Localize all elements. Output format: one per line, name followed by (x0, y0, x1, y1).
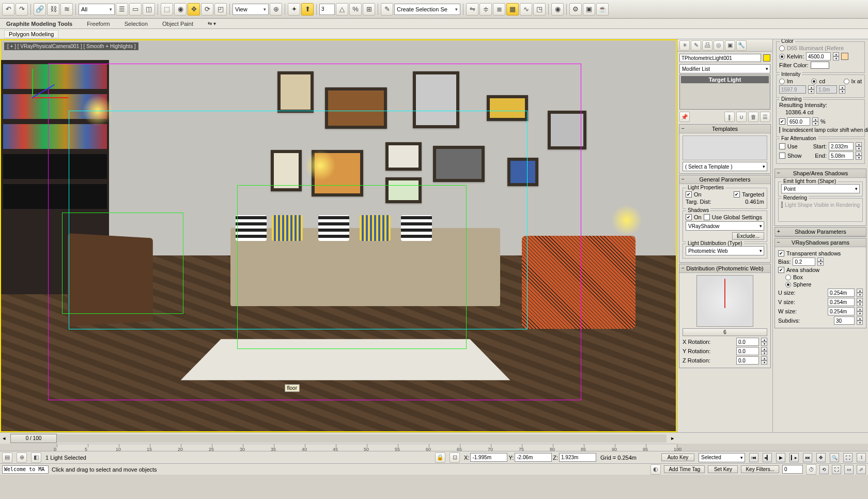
unlink-icon[interactable]: ⛓ (47, 3, 59, 16)
nav-orbit-icon[interactable]: ⟲ (819, 465, 829, 474)
select-scale-icon[interactable]: ◰ (214, 3, 227, 16)
timeslider-left-icon[interactable]: ◂ (0, 435, 8, 442)
tab-hierarchy-icon[interactable]: 品 (702, 40, 712, 51)
atten-start-spinner[interactable]: ▴▾ (856, 142, 862, 150)
configure-icon[interactable]: ☰ (760, 112, 770, 122)
time-ruler[interactable] (57, 444, 677, 451)
material-editor-icon[interactable]: ◉ (551, 3, 564, 16)
trackbar-filter-icon[interactable]: ◧ (31, 452, 41, 463)
make-unique-icon[interactable]: ∪ (736, 112, 747, 122)
lx-spinner[interactable]: ▴▾ (839, 85, 845, 94)
spinner-snap-icon[interactable]: ⊞ (363, 3, 375, 16)
percent-snap-icon[interactable]: % (349, 3, 362, 16)
dimming-field[interactable]: 650.0 (787, 117, 810, 126)
select-rotate-icon[interactable]: ⟳ (201, 3, 213, 16)
dimming-checkbox[interactable]: ✔ (779, 118, 785, 125)
filter-color-swatch[interactable] (811, 62, 829, 69)
subdivs-field[interactable]: 30 (834, 316, 855, 325)
ref-coord-dropdown[interactable]: View (233, 4, 269, 15)
viewport[interactable]: floor [ + ] [ VRayPhysicalCamera001 ] [ … (0, 39, 677, 432)
object-color-swatch[interactable] (763, 54, 770, 62)
current-frame-field[interactable]: 0 (782, 465, 803, 474)
cd-radio[interactable] (811, 79, 817, 84)
goto-end-icon[interactable]: ⏭ (803, 453, 812, 462)
tab-modify-icon[interactable]: ✎ (691, 40, 701, 51)
kelvin-field[interactable]: 4500.0 (806, 52, 831, 61)
y-coord-field[interactable]: -2.06m (515, 453, 552, 462)
area-shadow-checkbox[interactable]: ✔ (778, 267, 784, 273)
time-slider-knob[interactable]: 0 / 100 (10, 434, 57, 443)
select-by-name-icon[interactable]: ☰ (116, 3, 128, 16)
xrot-spinner[interactable]: ▴▾ (761, 338, 767, 346)
comm-center-icon[interactable]: ◐ (650, 464, 661, 475)
atten-end-field[interactable]: 5.08m (829, 152, 854, 160)
nav-zoom-icon[interactable]: 🔍 (830, 453, 839, 462)
selection-filter-dropdown[interactable]: All (79, 4, 115, 15)
usize-spinner[interactable]: ▴▾ (857, 289, 863, 297)
time-config-icon[interactable]: ⏱ (806, 464, 816, 475)
time-slider[interactable]: 0 / 100 (10, 434, 667, 443)
tab-create-icon[interactable]: ✳ (679, 40, 690, 51)
trackbar-key-icon[interactable]: ⊕ (17, 452, 27, 463)
wsize-spinner[interactable]: ▴▾ (857, 307, 863, 315)
render-icon[interactable]: ☕ (596, 3, 609, 16)
usize-field[interactable]: 0.254m (828, 289, 855, 297)
intensity-value-field[interactable]: 1597.9 (779, 85, 806, 94)
atten-start-field[interactable]: 2.032m (829, 142, 854, 150)
manip-icon[interactable]: ✦ (288, 3, 300, 16)
select-rect-icon[interactable]: ▭ (129, 3, 142, 16)
nav-zoom-ext-icon[interactable]: ⛶ (843, 453, 853, 462)
toggle-ribbon-icon[interactable]: ▦ (506, 3, 519, 16)
sphere-radio[interactable] (785, 282, 791, 288)
box-radio[interactable] (785, 275, 791, 280)
nav-maximize-icon[interactable]: ⛶ (832, 465, 841, 474)
web-file-button[interactable]: 6 (683, 328, 767, 336)
nav-pan-icon[interactable]: ✥ (816, 453, 826, 462)
emit-shape-dropdown[interactable]: Point (781, 184, 860, 193)
modifier-stack[interactable]: Target Light (679, 74, 770, 110)
ribbon-collapse-icon[interactable]: ⇆ ▾ (208, 21, 216, 26)
add-time-tag-button[interactable]: Add Time Tag (664, 465, 705, 473)
object-name-field[interactable]: TPhotometricLight001 (679, 54, 761, 62)
vsize-field[interactable]: 0.254m (828, 298, 855, 306)
vsize-spinner[interactable]: ▴▾ (857, 298, 863, 306)
photometric-web-preview[interactable] (696, 275, 753, 327)
lock-selection-icon[interactable]: 🔒 (435, 452, 445, 463)
kelvin-spinner[interactable]: ▴▾ (833, 52, 839, 61)
timeslider-right-icon[interactable]: ▸ (669, 435, 677, 442)
mirror-icon[interactable]: ⇋ (466, 3, 478, 16)
select-paint-icon[interactable]: ◉ (174, 3, 187, 16)
yrot-field[interactable]: 0.0 (736, 347, 759, 355)
targeted-checkbox[interactable]: ✔ (734, 191, 740, 198)
z-coord-field[interactable]: 1.923m (559, 453, 596, 462)
bind-icon[interactable]: ≋ (60, 3, 73, 16)
zrot-spinner[interactable]: ▴▾ (761, 356, 767, 365)
atten-show-checkbox[interactable] (779, 153, 785, 159)
yrot-spinner[interactable]: ▴▾ (761, 347, 767, 355)
snap-toggle-icon[interactable]: ⬆ (301, 3, 314, 16)
angle-snap-icon[interactable]: △ (336, 3, 348, 16)
render-setup-icon[interactable]: ⚙ (569, 3, 582, 16)
lm-radio[interactable] (779, 79, 785, 84)
named-selection-dropdown[interactable]: Create Selection Se (394, 4, 460, 15)
curve-editor-icon[interactable]: ∿ (520, 3, 532, 16)
show-end-icon[interactable]: ‖ (724, 112, 735, 122)
atten-end-spinner[interactable]: ▴▾ (856, 152, 862, 160)
spinner-snap[interactable]: 3 (319, 4, 335, 15)
window-crossing-icon[interactable]: ◫ (143, 3, 155, 16)
x-coord-field[interactable]: -1.995m (470, 453, 507, 462)
key-filters-button[interactable]: Key Filters... (741, 465, 779, 473)
light-visible-checkbox[interactable] (781, 202, 783, 208)
select-move-icon[interactable]: ✥ (188, 3, 200, 16)
play-icon[interactable]: ▶ (776, 453, 785, 462)
subdivs-spinner[interactable]: ▴▾ (857, 316, 863, 325)
prev-frame-icon[interactable]: ◂▎ (763, 453, 772, 462)
goto-start-icon[interactable]: ⏮ (749, 453, 758, 462)
shadow-type-dropdown[interactable]: VRayShadow (686, 221, 764, 231)
abs-rel-icon[interactable]: ⊡ (450, 452, 460, 463)
lx-distance-field[interactable]: 1.0m (816, 85, 837, 94)
zrot-field[interactable]: 0.0 (736, 356, 759, 365)
nav-fov-icon[interactable]: ⟟ (857, 453, 866, 462)
shadows-on-checkbox[interactable]: ✔ (686, 214, 692, 220)
wsize-field[interactable]: 0.254m (828, 307, 855, 315)
